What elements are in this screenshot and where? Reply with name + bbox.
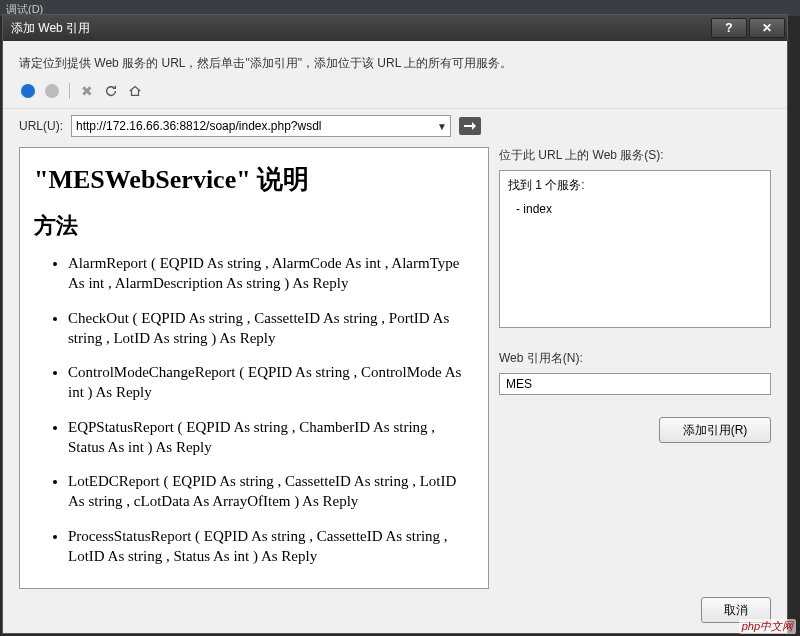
url-label: URL(U): bbox=[19, 119, 63, 133]
watermark: php中文网 bbox=[739, 619, 796, 634]
refresh-icon[interactable] bbox=[102, 82, 120, 100]
dialog-footer: 取消 bbox=[3, 589, 787, 633]
service-title: "MESWebService" 说明 bbox=[34, 162, 474, 197]
url-row: URL(U): ▼ bbox=[3, 109, 787, 147]
url-combobox[interactable]: ▼ bbox=[71, 115, 451, 137]
stop-icon[interactable]: ✖ bbox=[78, 82, 96, 100]
method-list: AlarmReport ( EQPID As string , AlarmCod… bbox=[34, 253, 474, 566]
method-item: ControlModeChangeReport ( EQPID As strin… bbox=[68, 362, 474, 403]
right-column: 位于此 URL 上的 Web 服务(S): 找到 1 个服务: - index … bbox=[499, 147, 771, 589]
method-item: LotEDCReport ( EQPID As string , Cassett… bbox=[68, 471, 474, 512]
browser-toolbar: ✖ bbox=[3, 78, 787, 109]
back-icon[interactable] bbox=[19, 82, 37, 100]
service-description-pane[interactable]: "MESWebService" 说明 方法 AlarmReport ( EQPI… bbox=[19, 147, 489, 589]
add-web-reference-dialog: 添加 Web 引用 ? ✕ 请定位到提供 Web 服务的 URL，然后单击"添加… bbox=[2, 14, 788, 634]
titlebar: 添加 Web 引用 ? ✕ bbox=[3, 15, 787, 41]
cancel-label: 取消 bbox=[724, 602, 748, 619]
help-button[interactable]: ? bbox=[711, 18, 747, 38]
method-item: AlarmReport ( EQPID As string , AlarmCod… bbox=[68, 253, 474, 294]
methods-heading: 方法 bbox=[34, 211, 474, 241]
url-input[interactable] bbox=[72, 116, 434, 136]
add-reference-label: 添加引用(R) bbox=[683, 422, 748, 439]
reference-name-input[interactable] bbox=[499, 373, 771, 395]
toolbar-separator bbox=[69, 83, 70, 99]
services-listbox[interactable]: 找到 1 个服务: - index bbox=[499, 170, 771, 328]
method-item: CheckOut ( EQPID As string , CassetteID … bbox=[68, 308, 474, 349]
forward-icon bbox=[43, 82, 61, 100]
main-area: "MESWebService" 说明 方法 AlarmReport ( EQPI… bbox=[3, 147, 787, 589]
services-found-text: 找到 1 个服务: bbox=[508, 177, 762, 194]
instruction-text: 请定位到提供 Web 服务的 URL，然后单击"添加引用"，添加位于该 URL … bbox=[3, 41, 787, 78]
home-icon[interactable] bbox=[126, 82, 144, 100]
add-reference-button[interactable]: 添加引用(R) bbox=[659, 417, 771, 443]
go-button[interactable] bbox=[459, 117, 481, 135]
service-item[interactable]: - index bbox=[508, 200, 762, 218]
method-item: ProcessStatusReport ( EQPID As string , … bbox=[68, 526, 474, 567]
dialog-title: 添加 Web 引用 bbox=[11, 20, 90, 37]
method-item: EQPStatusReport ( EQPID As string , Cham… bbox=[68, 417, 474, 458]
chevron-down-icon[interactable]: ▼ bbox=[434, 121, 450, 132]
close-button[interactable]: ✕ bbox=[749, 18, 785, 38]
reference-name-label: Web 引用名(N): bbox=[499, 350, 771, 367]
services-label: 位于此 URL 上的 Web 服务(S): bbox=[499, 147, 771, 164]
